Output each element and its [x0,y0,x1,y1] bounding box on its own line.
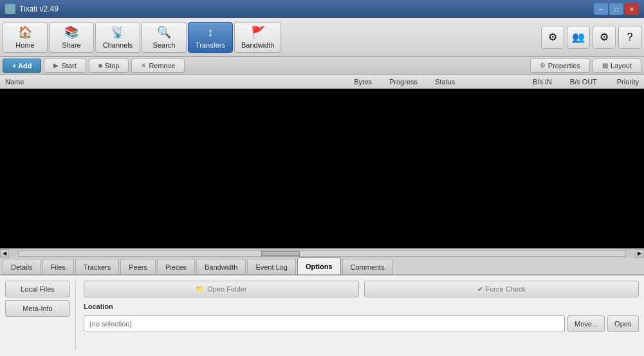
col-header-bytes[interactable]: Bytes [329,78,374,86]
open-button[interactable]: Open [607,315,639,332]
home-icon: 🏠 [18,25,32,39]
search-icon: 🔍 [157,25,171,39]
layout-icon: ▦ [602,62,608,69]
share-label: Share [62,41,80,49]
search-label: Search [153,41,176,49]
force-check-label: Force Check [486,285,526,293]
title-bar-text: Tixati v2.49 [19,5,590,14]
main-toolbar: 🏠 Home 📚 Share 📡 Channels 🔍 Search ↕ Tra… [0,18,644,57]
scroll-right-arrow[interactable]: ▶ [635,249,644,258]
tab-details[interactable]: Details [3,259,41,274]
col-header-status[interactable]: Status [432,78,510,86]
meta-info-button[interactable]: Meta-Info [5,300,70,317]
bandwidth-icon: 🚩 [251,25,265,39]
home-button[interactable]: 🏠 Home [3,22,48,53]
settings-icon-button[interactable]: ⚙ [593,26,616,49]
channels-label: Channels [103,41,133,49]
properties-button[interactable]: ⚙ Properties [530,59,590,73]
remove-icon: ✕ [141,62,146,69]
open-folder-icon: 📁 [196,285,205,294]
options-sidebar: Local Files Meta-Info [5,281,76,351]
start-label: Start [61,62,76,70]
channels-button[interactable]: 📡 Channels [95,22,140,53]
col-header-bsout[interactable]: B/s OUT [555,78,600,86]
col-header-bsin[interactable]: B/s IN [510,78,555,86]
horizontal-scrollbar[interactable]: ◀ ▶ [0,248,644,258]
users-icon-button[interactable]: 👥 [567,26,590,49]
tab-pieces[interactable]: Pieces [157,259,195,274]
tab-peers[interactable]: Peers [120,259,156,274]
column-headers: Name Bytes Progress Status B/s IN B/s OU… [0,75,644,89]
col-header-name[interactable]: Name [3,78,329,86]
location-label: Location [84,303,639,310]
scrollbar-track[interactable] [18,250,626,257]
search-button[interactable]: 🔍 Search [142,22,187,53]
layout-label: Layout [611,62,632,70]
bandwidth-button[interactable]: 🚩 Bandwidth [234,22,281,53]
share-button[interactable]: 📚 Share [49,22,94,53]
share-icon: 📚 [64,25,78,39]
open-folder-button[interactable]: 📁 Open Folder [84,281,359,297]
stop-label: Stop [105,62,120,70]
scrollbar-thumb[interactable] [261,251,300,256]
options-panel: Local Files Meta-Info 📁 Open Folder ✔ Fo… [0,276,644,356]
col-header-progress[interactable]: Progress [374,78,432,86]
local-files-button[interactable]: Local Files [5,281,70,297]
stop-icon: ■ [98,62,102,69]
transfers-button[interactable]: ↕ Transfers [188,22,233,53]
channels-icon: 📡 [111,25,125,39]
transfers-label: Transfers [196,41,225,49]
title-bar: Tixati v2.49 ─ □ ✕ [0,0,644,18]
tab-eventlog[interactable]: Event Log [247,259,296,274]
transfers-icon: ↕ [208,26,214,39]
bandwidth-label: Bandwidth [241,41,274,49]
force-check-button[interactable]: ✔ Force Check [364,281,639,297]
tabs-row: Details Files Trackers Peers Pieces Band… [0,258,644,276]
stop-button[interactable]: ■ Stop [89,59,129,73]
share-icon-button[interactable]: ⚙ [541,26,564,49]
scroll-left-arrow[interactable]: ◀ [0,249,9,258]
move-button[interactable]: Move... [567,315,605,332]
start-button[interactable]: ▶ Start [44,59,86,73]
minimize-button[interactable]: ─ [594,3,608,15]
home-label: Home [15,41,34,49]
help-icon-button[interactable]: ? [618,26,641,49]
location-row: (no selection) Move... Open [84,315,639,332]
title-bar-controls: ─ □ ✕ [594,3,639,15]
add-button[interactable]: + Add [3,59,41,73]
tab-trackers[interactable]: Trackers [75,259,119,274]
remove-button[interactable]: ✕ Remove [131,59,185,73]
close-button[interactable]: ✕ [625,3,639,15]
tab-files[interactable]: Files [42,259,74,274]
transfer-list[interactable] [0,89,644,248]
location-display: (no selection) [84,315,565,332]
col-header-priority[interactable]: Priority [600,78,641,86]
action-bar: + Add ▶ Start ■ Stop ✕ Remove ⚙ Properti… [0,57,644,75]
toolbar-extra-buttons: ⚙ 👥 ⚙ ? [541,26,641,49]
layout-button[interactable]: ▦ Layout [593,59,641,73]
options-content: 📁 Open Folder ✔ Force Check Location (no… [76,281,639,351]
tab-bandwidth[interactable]: Bandwidth [196,259,246,274]
tab-options[interactable]: Options [297,258,341,274]
properties-icon: ⚙ [540,62,546,69]
force-check-icon: ✔ [477,285,483,294]
app-icon [5,4,15,14]
folder-buttons-row: 📁 Open Folder ✔ Force Check [84,281,639,297]
open-folder-label: Open Folder [207,285,246,293]
start-icon: ▶ [53,62,59,69]
tab-comments[interactable]: Comments [342,259,393,274]
remove-label: Remove [149,62,175,70]
maximize-button[interactable]: □ [609,3,623,15]
properties-label: Properties [548,62,580,70]
